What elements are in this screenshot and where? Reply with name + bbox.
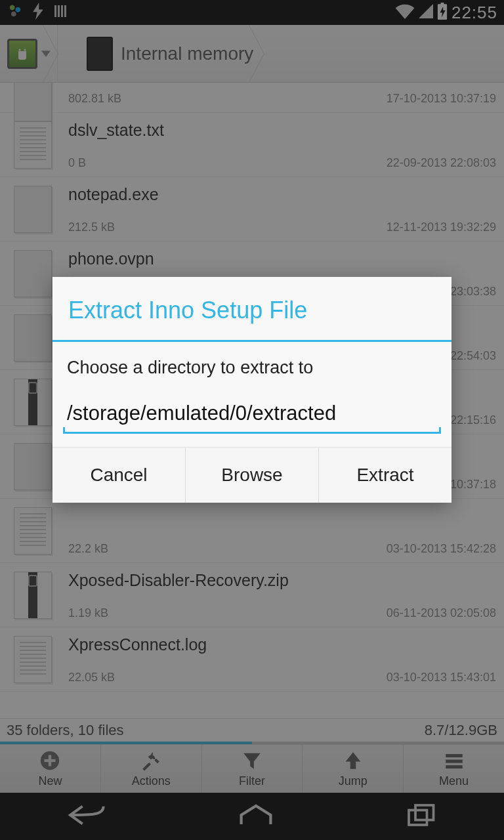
extract-button[interactable]: Extract: [319, 448, 452, 503]
dialog-title: Extract Inno Setup File: [52, 277, 452, 340]
extract-path-input[interactable]: [63, 396, 441, 434]
browse-button[interactable]: Browse: [186, 448, 319, 503]
extract-dialog: Extract Inno Setup File Choose a directo…: [52, 277, 452, 503]
dialog-prompt: Choose a directory to extract to: [63, 358, 441, 378]
cancel-button[interactable]: Cancel: [52, 448, 186, 503]
